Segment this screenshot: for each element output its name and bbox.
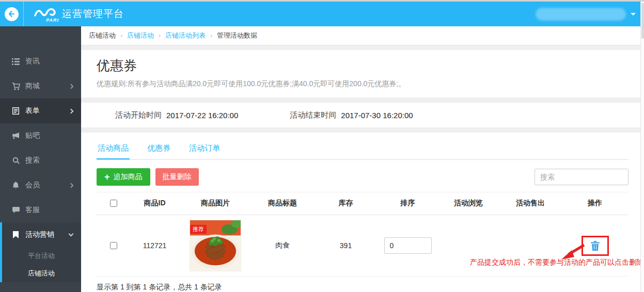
- start-time-value: 2017-07-22 16:20:00: [166, 111, 238, 120]
- sidebar-subitem-shop-activity[interactable]: 店铺活动: [2, 265, 81, 282]
- breadcrumb-item-link[interactable]: 店铺活动列表: [165, 31, 206, 40]
- bell-icon: [11, 182, 20, 189]
- end-time-value: 2017-07-30 16:20:00: [341, 111, 413, 120]
- scrollbar[interactable]: [640, 2, 644, 292]
- sidebar-item-search[interactable]: 搜索: [0, 148, 81, 173]
- sidebar-item-forms[interactable]: 表单: [0, 99, 81, 123]
- chevron-down-icon: [69, 232, 74, 237]
- username-redacted: [536, 8, 626, 21]
- cell-product-id: 112721: [130, 215, 179, 277]
- plus-icon: +: [104, 172, 110, 182]
- recommend-badge: 推荐: [190, 225, 207, 234]
- sidebar-item-support[interactable]: 客服: [0, 198, 81, 222]
- sidebar-item-label: 表单: [25, 106, 69, 116]
- table-toolbar: + 追加商品 批量删除: [97, 168, 629, 186]
- sort-order-input[interactable]: [384, 237, 432, 254]
- sidebar-item-label: 贴吧: [25, 131, 73, 140]
- tab-coupons[interactable]: 优惠券: [146, 139, 171, 159]
- add-product-button[interactable]: + 追加商品: [97, 168, 150, 186]
- chat-icon: [11, 207, 20, 214]
- sidebar-item-marketing[interactable]: 活动营销: [2, 222, 81, 247]
- main-content: 店铺活动 › 店铺活动 › 店铺活动列表 › 管理活动数据 优惠券 优惠规则:所…: [81, 26, 644, 292]
- sidebar-item-label: 活动营销: [25, 230, 69, 239]
- col-header-operations: 操作: [561, 192, 629, 215]
- breadcrumb-item-link[interactable]: 店铺活动: [127, 31, 154, 40]
- sidebar-subitem-platform-activity[interactable]: 平台活动: [2, 247, 81, 265]
- breadcrumb-item-current: 管理活动数据: [217, 31, 257, 40]
- sidebar-nav: 资讯 商城 表单 贴吧: [0, 26, 81, 292]
- form-icon: [11, 107, 20, 115]
- back-button[interactable]: [0, 2, 24, 26]
- sidebar-item-label: 商城: [25, 82, 69, 91]
- sidebar-item-label: 会员: [25, 181, 69, 190]
- search-icon: [11, 157, 20, 164]
- activity-start-time: 活动开始时间 2017-07-22 16:20:00: [115, 110, 238, 120]
- breadcrumb: 店铺活动 › 店铺活动 › 店铺活动列表 › 管理活动数据: [81, 26, 644, 45]
- breadcrumb-separator: ›: [120, 32, 122, 39]
- col-header-activity-views: 活动浏览: [437, 192, 499, 215]
- breadcrumb-item: 店铺活动: [89, 31, 116, 40]
- caret-down-icon: [631, 13, 636, 18]
- select-all-checkbox[interactable]: [110, 200, 117, 207]
- app-window: PARI 运营管理平台 资讯 商城: [0, 0, 644, 292]
- logo-swoosh-icon: PARI: [34, 6, 58, 22]
- trash-icon: [591, 241, 600, 251]
- bookmark-icon: [11, 231, 20, 238]
- end-time-label: 活动结束时间: [290, 110, 336, 120]
- records-summary: 显示第 1 到第 1 条记录，总共 1 条记录: [97, 283, 629, 292]
- activity-times-panel: 活动开始时间 2017-07-22 16:20:00 活动结束时间 2017-0…: [81, 103, 644, 127]
- user-menu[interactable]: [536, 2, 636, 26]
- chevron-right-icon: [69, 108, 74, 113]
- col-header-product-image: 商品图片: [179, 192, 252, 215]
- col-header-sort: 排序: [378, 192, 437, 215]
- top-header: PARI 运营管理平台: [0, 2, 644, 26]
- breadcrumb-separator: ›: [210, 32, 212, 39]
- tab-activity-products[interactable]: 活动商品: [97, 139, 130, 159]
- col-header-activity-sold: 活动售出: [499, 192, 561, 215]
- tab-activity-orders[interactable]: 活动订单: [188, 139, 221, 159]
- app-title: 运营管理平台: [62, 7, 124, 22]
- chevron-right-icon: [69, 84, 74, 89]
- col-header-product-title: 商品标题: [252, 192, 313, 215]
- sidebar-item-label: 客服: [25, 205, 73, 215]
- sidebar-item-news[interactable]: 资讯: [0, 49, 81, 74]
- page-title: 优惠券: [97, 57, 629, 75]
- breadcrumb-separator: ›: [159, 32, 161, 39]
- logo-text: PARI: [46, 18, 59, 23]
- chevron-right-icon: [69, 183, 74, 188]
- cell-product-title: 肉食: [252, 215, 313, 277]
- list-icon: [11, 58, 20, 65]
- sidebar-item-label: 搜索: [25, 156, 73, 165]
- megaphone-icon: [11, 133, 20, 139]
- search-input[interactable]: [535, 169, 629, 185]
- annotation-text: 产品提交成功后，不需要参与活动的产品可以点击删除: [470, 257, 643, 268]
- batch-delete-button[interactable]: 批量删除: [155, 168, 199, 186]
- coupon-rules-text: 优惠规则:所有参与活动商品满20.0元即可使用100.0元优惠券;满40.0元即…: [97, 79, 629, 89]
- coupon-panel: 优惠券 优惠规则:所有参与活动商品满20.0元即可使用100.0元优惠券;满40…: [81, 50, 644, 98]
- col-header-stock: 库存: [313, 192, 378, 215]
- sidebar-group-marketing: 活动营销 平台活动 店铺活动: [0, 222, 81, 282]
- sidebar-subitem-label: 店铺活动: [28, 269, 55, 278]
- table-header-row: 商品ID 商品图片 商品标题 库存 排序 活动浏览 活动售出 操作: [97, 192, 629, 215]
- cell-stock: 391: [313, 215, 378, 277]
- sidebar-item-label: 资讯: [25, 57, 73, 66]
- add-product-label: 追加商品: [114, 172, 143, 182]
- scrollbar-thumb[interactable]: [641, 3, 644, 39]
- sidebar-item-members[interactable]: 会员: [0, 173, 81, 198]
- sidebar-item-forum[interactable]: 贴吧: [0, 123, 81, 148]
- row-checkbox[interactable]: [110, 242, 117, 249]
- activity-end-time: 活动结束时间 2017-07-30 16:20:00: [290, 110, 413, 120]
- start-time-label: 活动开始时间: [115, 110, 162, 120]
- tab-bar: 活动商品 优惠券 活动订单: [97, 133, 629, 160]
- col-header-product-id: 商品ID: [130, 192, 179, 215]
- cart-icon: [11, 83, 20, 90]
- back-arrow-icon: [5, 7, 19, 21]
- sidebar-subitem-label: 平台活动: [28, 251, 55, 261]
- sidebar-item-mall[interactable]: 商城: [0, 74, 81, 99]
- delete-row-button[interactable]: [591, 241, 600, 251]
- product-image: 推荐: [190, 220, 241, 271]
- app-logo: PARI 运营管理平台: [34, 6, 124, 22]
